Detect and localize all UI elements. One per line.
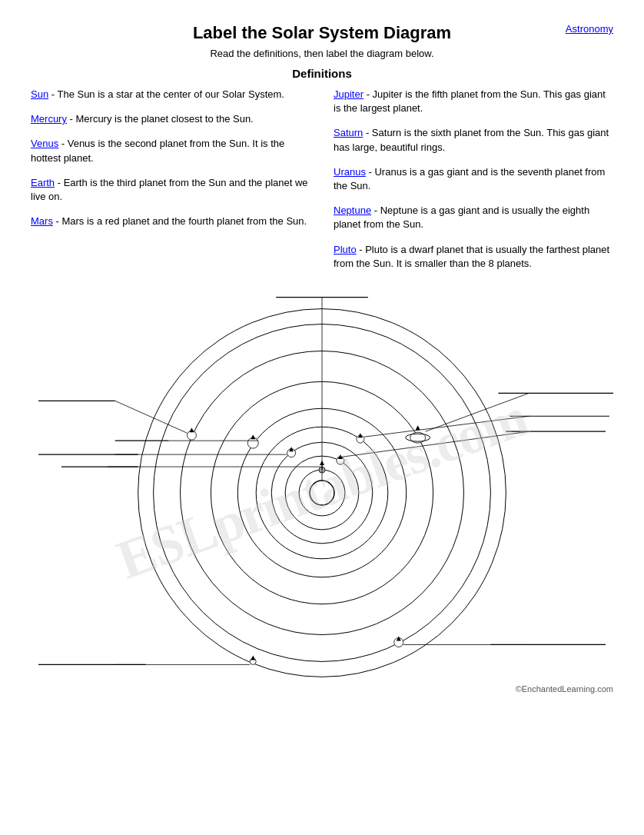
definition-term: Mars xyxy=(31,215,53,227)
svg-line-34 xyxy=(426,393,529,431)
svg-line-44 xyxy=(337,431,529,457)
definition-term: Pluto xyxy=(334,244,357,255)
svg-marker-29 xyxy=(251,655,255,660)
definition-item: Neptune - Neptune is a gas giant and is … xyxy=(334,204,613,231)
astronomy-link[interactable]: Astronomy xyxy=(566,23,613,35)
svg-point-9 xyxy=(310,481,334,505)
definition-item: Uranus - Uranus is a gas giant and is th… xyxy=(334,165,613,193)
svg-marker-20 xyxy=(251,434,255,439)
copyright-text: ©EnchantedLearning.com xyxy=(31,684,613,694)
definition-term: Venus xyxy=(31,138,58,149)
svg-marker-23 xyxy=(416,425,420,430)
svg-marker-18 xyxy=(358,433,363,437)
definition-item: Saturn - Saturn is the sixth planet from… xyxy=(334,126,613,154)
definition-term: Mercury xyxy=(31,113,67,125)
definition-item: Jupiter - Jupiter is the fifth planet fr… xyxy=(334,88,613,115)
svg-line-48 xyxy=(364,416,529,437)
definitions-grid: Sun - The Sun is a star at the center of… xyxy=(31,88,613,281)
definition-item: Earth - Earth is the third planet from t… xyxy=(31,176,310,204)
definition-item: Pluto - Pluto is a dwarf planet that is … xyxy=(334,243,613,271)
solar-system-diagram: ESLprintables.com xyxy=(31,297,613,681)
svg-point-19 xyxy=(247,437,258,448)
definition-item: Sun - The Sun is a star at the center of… xyxy=(31,88,310,101)
page-header: Label the Solar System Diagram Astronomy xyxy=(31,23,613,43)
definition-term: Saturn xyxy=(334,127,363,138)
definition-term: Neptune xyxy=(334,205,371,216)
definition-item: Venus - Venus is the second planet from … xyxy=(31,137,310,165)
definition-term: Jupiter xyxy=(334,88,363,100)
definition-item: Mercury - Mercury is the planet closest … xyxy=(31,112,310,126)
definition-term: Earth xyxy=(31,177,55,188)
definition-term: Sun xyxy=(31,88,48,100)
subtitle: Read the definitions, then label the dia… xyxy=(31,48,613,59)
page-title: Label the Solar System Diagram xyxy=(193,23,451,42)
definition-term: Uranus xyxy=(334,166,366,178)
definitions-heading: Definitions xyxy=(31,67,613,80)
svg-marker-25 xyxy=(189,427,194,432)
definition-item: Mars - Mars is a red planet and the four… xyxy=(31,215,310,228)
diagram-svg xyxy=(31,297,613,681)
svg-line-36 xyxy=(115,401,188,433)
